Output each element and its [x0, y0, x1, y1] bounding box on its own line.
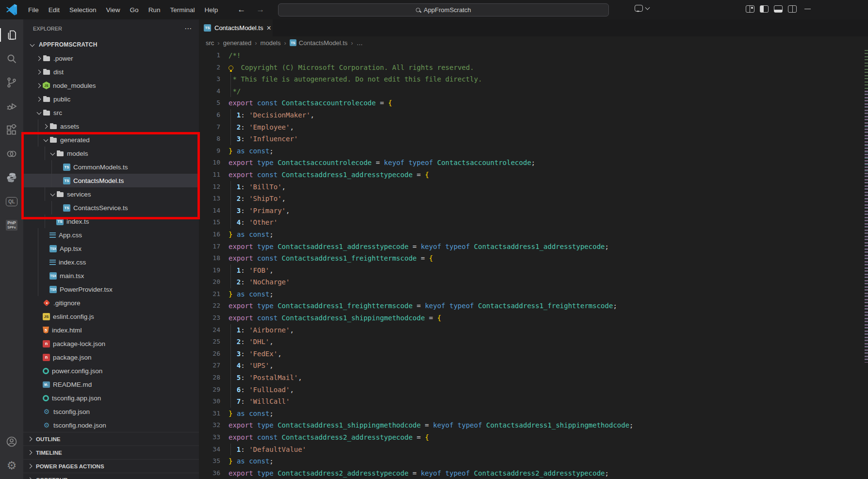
code-line[interactable]: 21} as const;	[199, 288, 868, 300]
tree-item-src[interactable]: src	[23, 106, 199, 119]
minimize-button[interactable]	[804, 9, 811, 9]
tree-item-tsconfig-node-json[interactable]: ⚙tsconfig.node.json	[23, 418, 199, 432]
tree-item-node-modules[interactable]: JSnode_modules	[23, 79, 199, 92]
toggle-primary-sidebar-icon[interactable]	[760, 5, 769, 13]
line-number[interactable]: 3	[199, 73, 220, 85]
code-line[interactable]: 35} as const;	[199, 455, 868, 467]
code-line[interactable]: 20 2: 'NoCharge'	[199, 276, 868, 288]
tree-item-app-tsx[interactable]: TSXApp.tsx	[23, 242, 199, 255]
tree-item-package-json[interactable]: npackage.json	[23, 350, 199, 364]
breadcrumb-item[interactable]: generated	[223, 39, 252, 47]
run-and-debug-icon[interactable]	[3, 98, 20, 115]
tab-contactsmodel[interactable]: TS ContactsModel.ts ×	[199, 19, 273, 36]
python-icon[interactable]	[3, 169, 20, 186]
live-share-icon[interactable]	[3, 145, 20, 163]
menu-run[interactable]: Run	[144, 3, 165, 17]
customize-layout-icon[interactable]	[746, 5, 754, 13]
extensions-icon[interactable]	[3, 121, 20, 139]
code-line[interactable]: 10export type Contactsaccountrolecode = …	[199, 157, 868, 169]
source-control-icon[interactable]	[3, 74, 20, 91]
line-number[interactable]: 19	[199, 264, 220, 277]
line-number[interactable]: 24	[199, 324, 220, 336]
code-line[interactable]: 7 2: 'Employee',	[199, 121, 868, 133]
line-number[interactable]: 23	[199, 312, 220, 324]
line-number[interactable]: 16	[199, 229, 220, 241]
line-number[interactable]: 14	[199, 205, 220, 217]
tree-item-services[interactable]: services	[23, 187, 199, 201]
line-number[interactable]: 26	[199, 348, 220, 360]
code-line[interactable]: 16} as const;	[199, 229, 868, 241]
menu-file[interactable]: File	[23, 3, 44, 17]
line-number[interactable]: 20	[199, 276, 220, 288]
code-line[interactable]: 19 1: 'FOB',	[199, 264, 868, 277]
line-number[interactable]: 2	[199, 62, 220, 74]
tree-item-tsconfig-app-json[interactable]: tsconfig.app.json	[23, 391, 199, 405]
back-arrow-icon[interactable]: ←	[237, 5, 246, 15]
code-line[interactable]: 36export type Contactsaddress2_addressty…	[199, 467, 868, 479]
tree-item--power[interactable]: .power	[23, 51, 199, 65]
tree-item-index-ts[interactable]: TSindex.ts	[23, 215, 199, 228]
toggle-panel-icon[interactable]	[774, 5, 783, 13]
tree-item-appfromscratch[interactable]: APPFROMSCRATCH	[23, 38, 199, 51]
code-line[interactable]: 9} as const;	[199, 145, 868, 157]
code-line[interactable]: 13 2: 'ShipTo',	[199, 193, 868, 205]
line-number[interactable]: 21	[199, 288, 220, 300]
command-center-search[interactable]: AppFromScratch	[278, 3, 609, 17]
line-number[interactable]: 18	[199, 252, 220, 264]
breadcrumb-item[interactable]: TSContactsModel.ts	[290, 39, 347, 47]
code-line[interactable]: 29 6: 'FullLoad',	[199, 384, 868, 396]
line-number[interactable]: 5	[199, 97, 220, 109]
line-number[interactable]: 8	[199, 133, 220, 145]
line-number[interactable]: 35	[199, 455, 220, 467]
code-line[interactable]: 2 Copyright (C) Microsoft Corporation. A…	[199, 62, 868, 74]
menu-help[interactable]: Help	[199, 3, 223, 17]
code-line[interactable]: 14 3: 'Primary',	[199, 205, 868, 217]
tree-item-powerprovider-tsx[interactable]: TSXPowerProvider.tsx	[23, 282, 199, 296]
line-number[interactable]: 12	[199, 181, 220, 193]
line-number[interactable]: 25	[199, 336, 220, 348]
tree-item-readme-md[interactable]: M↓README.md	[23, 378, 199, 391]
menu-terminal[interactable]: Terminal	[165, 3, 199, 17]
line-number[interactable]: 29	[199, 384, 220, 396]
code-line[interactable]: 18export const Contactsaddress1_freightt…	[199, 252, 868, 264]
code-line[interactable]: 22export type Contactsaddress1_freightte…	[199, 300, 868, 312]
code-line[interactable]: 33export const Contactsaddress2_addresst…	[199, 431, 868, 444]
code-editor[interactable]: 1/*!2 Copyright (C) Microsoft Corporatio…	[199, 49, 868, 479]
line-number[interactable]: 30	[199, 396, 220, 408]
breadcrumb-item[interactable]: models	[261, 39, 281, 47]
tree-item-index-html[interactable]: 5index.html	[23, 323, 199, 337]
code-line[interactable]: 1/*!	[199, 50, 868, 62]
code-line[interactable]: 6 1: 'DecisionMaker',	[199, 109, 868, 121]
tree-item-commonmodels-ts[interactable]: TSCommonModels.ts	[23, 160, 199, 174]
line-number[interactable]: 22	[199, 300, 220, 312]
line-number[interactable]: 4	[199, 85, 220, 98]
line-number[interactable]: 31	[199, 408, 220, 420]
code-line[interactable]: 27 4: 'UPS',	[199, 360, 868, 372]
breadcrumb-item[interactable]: src	[206, 39, 214, 47]
menu-selection[interactable]: Selection	[65, 3, 101, 17]
code-line[interactable]: 25 2: 'DHL',	[199, 336, 868, 348]
line-number[interactable]: 32	[199, 419, 220, 431]
line-number[interactable]: 33	[199, 431, 220, 444]
code-line[interactable]: 4 */	[199, 85, 868, 98]
code-line[interactable]: 32export type Contactsaddress1_shippingm…	[199, 419, 868, 431]
menu-view[interactable]: View	[101, 3, 125, 17]
pnp-spfx-icon[interactable]: PnPSPFx	[3, 216, 20, 234]
toggle-secondary-sidebar-icon[interactable]	[788, 5, 797, 13]
code-line[interactable]: 15 4: 'Other'	[199, 216, 868, 229]
accounts-icon[interactable]	[3, 433, 20, 450]
section-power-pages-actions[interactable]: POWER PAGES ACTIONS	[23, 459, 199, 473]
line-number[interactable]: 34	[199, 444, 220, 456]
close-icon[interactable]: ×	[266, 24, 271, 32]
code-line[interactable]: 30 7: 'WillCall'	[199, 396, 868, 408]
section-codetour[interactable]: CODETOUR	[23, 473, 199, 479]
code-line[interactable]: 17export type Contactsaddress1_addressty…	[199, 241, 868, 253]
line-number[interactable]: 11	[199, 169, 220, 181]
code-line[interactable]: 26 3: 'FedEx',	[199, 348, 868, 360]
tree-item-dist[interactable]: dist	[23, 65, 199, 79]
code-line[interactable]: 24 1: 'Airborne',	[199, 324, 868, 336]
line-number[interactable]: 15	[199, 216, 220, 229]
menu-edit[interactable]: Edit	[44, 3, 65, 17]
copilot-menu[interactable]	[635, 5, 649, 12]
code-line[interactable]: 12 1: 'BillTo',	[199, 181, 868, 193]
